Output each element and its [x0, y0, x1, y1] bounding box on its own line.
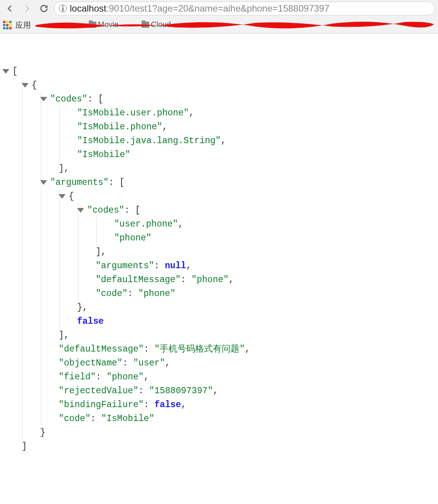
- json-line: }: [2, 426, 438, 440]
- json-line: "bindingFailure": false,: [2, 398, 438, 412]
- json-line: ],: [2, 245, 438, 259]
- json-line: ]: [2, 440, 438, 453]
- url-text: localhost:9010/test1?age=20&name=aihe&ph…: [70, 3, 329, 14]
- nav-toolbar: i localhost:9010/test1?age=20&name=aihe&…: [0, 0, 438, 17]
- json-line: "objectName": "user",: [2, 356, 438, 370]
- json-line: "rejectedValue": "1588097397",: [2, 384, 438, 398]
- apps-label[interactable]: 应用: [15, 20, 31, 30]
- address-bar[interactable]: i localhost:9010/test1?age=20&name=aihe&…: [54, 2, 435, 15]
- disclosure-icon[interactable]: [59, 194, 66, 199]
- json-line: "IsMobile.phone",: [2, 120, 438, 134]
- json-line: "IsMobile.java.lang.String",: [2, 134, 438, 148]
- json-line: "codes": [: [2, 92, 438, 106]
- disclosure-icon[interactable]: [22, 83, 29, 88]
- json-line: false: [2, 315, 438, 328]
- disclosure-icon[interactable]: [77, 208, 84, 213]
- json-line: {: [2, 189, 438, 203]
- back-button[interactable]: [3, 2, 17, 15]
- json-line: "field": "phone",: [2, 370, 438, 384]
- url-host: localhost: [70, 3, 106, 14]
- json-line: "IsMobile.user.phone",: [2, 106, 438, 120]
- forward-button[interactable]: [20, 2, 34, 15]
- reload-button[interactable]: [37, 2, 51, 15]
- json-line: "arguments": null,: [2, 259, 438, 273]
- disclosure-icon[interactable]: [40, 180, 47, 185]
- json-line: "code": "phone": [2, 287, 438, 301]
- json-line: },: [2, 301, 438, 315]
- json-line: "defaultMessage": "手机号码格式有问题",: [2, 342, 438, 356]
- json-line: "codes": [: [2, 203, 438, 217]
- json-line: "phone": [2, 231, 438, 245]
- url-path: :9010/test1?age=20&name=aihe&phone=15880…: [106, 3, 330, 14]
- json-viewer: [ { "codes": [ "IsMobile.user.phone", "I…: [0, 34, 438, 461]
- json-line: "arguments": [: [2, 176, 438, 189]
- disclosure-icon[interactable]: [2, 69, 9, 74]
- json-line: "defaultMessage": "phone",: [2, 273, 438, 287]
- json-line: ],: [2, 328, 438, 342]
- bookmarks-bar: 应用 Movie Cloud: [0, 17, 438, 33]
- json-line: "IsMobile": [2, 148, 438, 162]
- site-info-icon[interactable]: i: [59, 5, 67, 12]
- json-line: "user.phone",: [2, 217, 438, 231]
- json-line: {: [2, 78, 438, 92]
- json-line: [: [2, 64, 438, 78]
- browser-chrome: i localhost:9010/test1?age=20&name=aihe&…: [0, 0, 438, 34]
- json-line: "code": "IsMobile": [2, 412, 438, 426]
- json-line: ],: [2, 162, 438, 176]
- apps-icon[interactable]: [3, 21, 12, 29]
- disclosure-icon[interactable]: [40, 97, 47, 101]
- redaction-stroke: [35, 20, 435, 30]
